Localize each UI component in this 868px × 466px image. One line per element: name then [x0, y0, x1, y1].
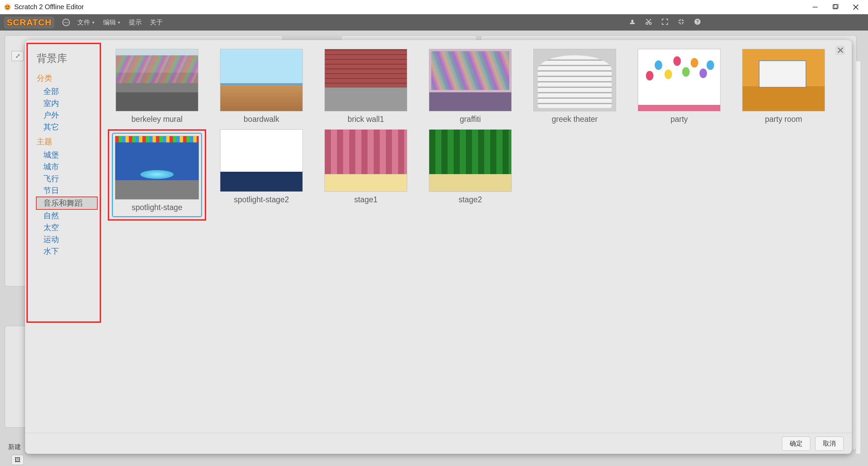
choose-backdrop-icon[interactable]: 🖼	[12, 455, 24, 465]
backdrop-library-dialog: ✕ 背景库 分类 全部 室内 户外 其它 主题 城堡 城市 飞行 节日 音乐和舞…	[25, 40, 852, 454]
library-row: spotlight-stage spotlight-stage2 stage1 …	[108, 129, 845, 226]
menu-about[interactable]: 关于	[150, 18, 163, 27]
menu-about-label: 关于	[150, 18, 163, 27]
theme-space[interactable]: 太空	[37, 222, 98, 234]
menu-edit-label: 编辑	[103, 18, 116, 27]
cancel-button[interactable]: 取消	[815, 436, 844, 451]
library-tile-graffiti[interactable]: graffiti	[421, 49, 519, 124]
ok-button[interactable]: 确定	[782, 436, 810, 451]
caret-down-icon: ▼	[117, 21, 121, 24]
scissors-icon[interactable]	[645, 18, 652, 27]
tile-label: party	[670, 115, 688, 124]
dialog-body: 背景库 分类 全部 室内 户外 其它 主题 城堡 城市 飞行 节日 音乐和舞蹈 …	[25, 40, 852, 433]
menu-tips-label: 提示	[129, 18, 142, 27]
window-controls	[812, 4, 859, 11]
window-title: Scratch 2 Offline Editor	[14, 3, 812, 11]
tile-label: graffiti	[460, 115, 481, 124]
theme-city[interactable]: 城市	[37, 161, 98, 173]
library-tile-stage2[interactable]: stage2	[421, 129, 519, 221]
thumbnail-party-room	[742, 49, 825, 111]
thumbnail-spotlight-stage	[115, 136, 199, 200]
expand-icon[interactable]	[661, 18, 669, 27]
library-tile-party-room[interactable]: party room	[734, 49, 833, 124]
category-other[interactable]: 其它	[37, 121, 98, 133]
thumbnail-graffiti	[429, 49, 512, 111]
fullscreen-icon[interactable]: ⤢	[12, 51, 24, 61]
library-tile-spotlight-stage2[interactable]: spotlight-stage2	[212, 129, 311, 221]
svg-point-1	[6, 6, 7, 7]
theme-castle[interactable]: 城堡	[37, 149, 98, 161]
thumbnail-greek-theater	[533, 49, 616, 111]
menu-file-label: 文件	[77, 18, 90, 27]
theme-music-dance[interactable]: 音乐和舞蹈	[36, 197, 98, 210]
help-icon[interactable]: ?	[694, 18, 701, 27]
theme-nature[interactable]: 自然	[37, 210, 98, 222]
thumbnail-stage2	[429, 129, 512, 192]
tile-label: spotlight-stage2	[234, 195, 289, 204]
library-tile-boardwalk[interactable]: boardwalk	[212, 49, 311, 124]
theme-underwater[interactable]: 水下	[37, 245, 98, 257]
window-titlebar: Scratch 2 Offline Editor	[0, 0, 868, 14]
menu-tips[interactable]: 提示	[129, 18, 142, 27]
category-outdoor[interactable]: 户外	[37, 109, 98, 121]
library-tile-brick-wall1[interactable]: brick wall1	[317, 49, 415, 124]
shrink-icon[interactable]	[677, 18, 685, 27]
window-minimize-icon[interactable]	[812, 4, 818, 11]
library-tile-berkeley-mural[interactable]: berkeley mural	[108, 49, 206, 124]
library-sidebar: 背景库 分类 全部 室内 户外 其它 主题 城堡 城市 飞行 节日 音乐和舞蹈 …	[26, 43, 101, 323]
toolbar-icons: ?	[629, 18, 701, 27]
window-maximize-icon[interactable]	[832, 4, 839, 11]
tile-selected-border: spotlight-stage	[112, 133, 202, 217]
svg-text:?: ?	[696, 19, 699, 24]
sidebar-header-category: 分类	[37, 73, 98, 83]
right-scrollbar-ghost	[856, 61, 861, 454]
library-row: berkeley mural boardwalk brick wall1 gra…	[108, 49, 845, 129]
tile-label: stage1	[354, 195, 377, 204]
dialog-footer: 确定 取消	[25, 433, 852, 454]
language-globe-icon[interactable]	[62, 19, 70, 26]
tile-label: brick wall1	[348, 115, 384, 124]
thumbnail-brick-wall1	[324, 49, 407, 111]
thumbnail-berkeley-mural	[116, 49, 198, 111]
library-title: 背景库	[37, 50, 98, 66]
window-close-icon[interactable]	[852, 4, 859, 11]
category-all[interactable]: 全部	[37, 86, 98, 97]
scratch-menubar: SCRATCH 文件▼ 编辑▼ 提示 关于 ?	[0, 14, 868, 31]
stamp-icon[interactable]	[629, 18, 636, 27]
scratch-logo[interactable]: SCRATCH	[4, 17, 54, 29]
menu-file[interactable]: 文件▼	[77, 18, 95, 27]
tile-label: greek theater	[552, 115, 598, 124]
library-grid: berkeley mural boardwalk brick wall1 gra…	[101, 40, 852, 433]
library-tile-party[interactable]: party	[630, 49, 728, 124]
tile-label: spotlight-stage	[115, 203, 199, 212]
dialog-close-button[interactable]: ✕	[835, 45, 845, 55]
scratch-cat-icon	[3, 3, 12, 11]
svg-rect-9	[631, 20, 633, 23]
tile-label: boardwalk	[244, 115, 279, 124]
theme-sports[interactable]: 运动	[37, 234, 98, 245]
new-sprite-label: 新建	[8, 443, 21, 451]
svg-point-0	[4, 4, 11, 10]
library-tile-greek-theater[interactable]: greek theater	[526, 49, 624, 124]
library-tile-stage1[interactable]: stage1	[317, 129, 415, 221]
balloons-art	[643, 54, 715, 93]
sidebar-header-theme: 主题	[37, 136, 98, 147]
tile-label: berkeley mural	[132, 115, 183, 124]
svg-rect-8	[630, 23, 635, 24]
thumbnail-party	[638, 49, 721, 111]
thumbnail-spotlight-stage2	[220, 129, 303, 192]
svg-point-2	[8, 6, 9, 7]
thumbnail-stage1	[324, 129, 407, 192]
tile-label: party room	[765, 115, 802, 124]
library-tile-spotlight-stage[interactable]: spotlight-stage	[108, 129, 206, 221]
menu-edit[interactable]: 编辑▼	[103, 18, 121, 27]
caret-down-icon: ▼	[92, 21, 95, 24]
thumbnail-boardwalk	[220, 49, 303, 111]
tile-label: stage2	[458, 195, 482, 204]
category-indoor[interactable]: 室内	[37, 97, 98, 109]
theme-holiday[interactable]: 节日	[37, 185, 98, 197]
theme-flying[interactable]: 飞行	[37, 173, 98, 185]
